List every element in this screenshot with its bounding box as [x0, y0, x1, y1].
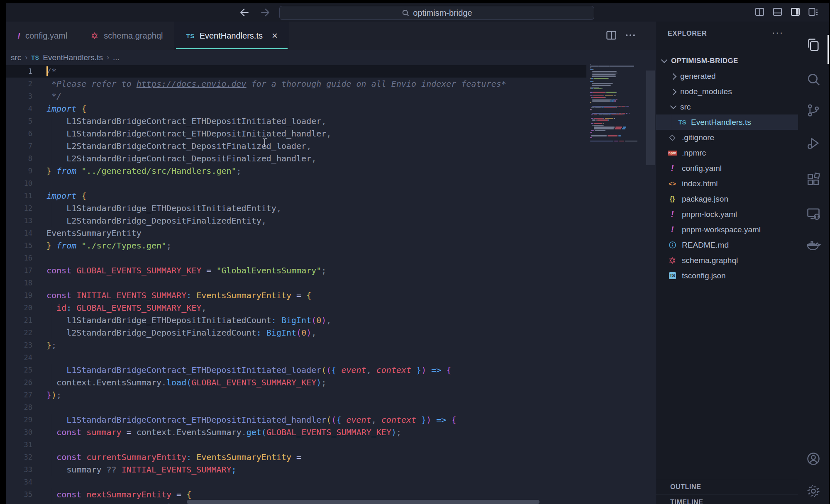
vertical-scrollbar[interactable] [646, 71, 655, 165]
code-line[interactable]: 14EventsSummaryEntity [6, 227, 656, 239]
code-line[interactable]: 23}; [6, 339, 656, 351]
code-line[interactable]: 3 */ [6, 90, 656, 102]
code-area[interactable]: 1/*2 *Please refer to https://docs.envio… [6, 65, 656, 504]
outline-section[interactable]: OUTLINE [656, 479, 798, 494]
forward-arrow-icon[interactable] [259, 6, 271, 19]
line-content: import { [46, 102, 86, 115]
minimap-line [615, 95, 616, 96]
code-line[interactable]: 25 L1StandardBridgeContract_ETHDepositIn… [6, 364, 656, 376]
source-control-icon[interactable] [806, 103, 821, 118]
code-line[interactable]: 4import { [6, 102, 656, 115]
code-line[interactable]: 27}); [6, 389, 656, 401]
code-line[interactable]: 9} from "../generated/src/Handlers.gen"; [6, 165, 656, 177]
split-editor-icon[interactable] [605, 29, 618, 41]
customize-layout-icon[interactable] [808, 6, 819, 17]
code-line[interactable]: 6 L1StandardBridgeContract_ETHDepositIni… [6, 127, 656, 140]
line-number: 18 [6, 277, 32, 289]
remote-explorer-icon[interactable] [806, 206, 821, 221]
code-line[interactable]: 19const INITIAL_EVENTS_SUMMARY: EventsSu… [6, 289, 656, 302]
tree-file-.npmrc[interactable]: npm.npmrc [656, 145, 798, 161]
line-number: 3 [6, 90, 32, 102]
command-center-search[interactable]: optimism-bridge [279, 6, 594, 20]
minimap-line [592, 74, 615, 75]
line-content: const summary = context.EventsSummary.ge… [46, 426, 401, 438]
timeline-section[interactable]: TIMELINE [656, 494, 798, 504]
tree-folder-generated[interactable]: generated [656, 68, 798, 84]
minimap-line [619, 141, 624, 141]
tree-file-EventHandlers.ts[interactable]: TSEventHandlers.ts [656, 114, 798, 130]
more-actions-icon[interactable] [624, 29, 637, 41]
code-line[interactable]: 21 l1StandardBridge_ETHDepositInitiatedC… [6, 314, 656, 326]
code-line[interactable]: 26 context.EventsSummary.load(GLOBAL_EVE… [6, 376, 656, 389]
tree-root-OPTIMISM-BRIDGE[interactable]: OPTIMISM-BRIDGE [656, 53, 798, 68]
run-debug-icon[interactable] [806, 136, 821, 151]
minimap-line [594, 128, 614, 129]
minimap-line [611, 114, 623, 115]
toggle-panel-icon[interactable] [772, 6, 783, 17]
code-line[interactable]: 18 [6, 277, 656, 289]
split-editor-icon[interactable] [754, 6, 765, 17]
code-line[interactable]: 20 id: GLOBAL_EVENTS_SUMMARY_KEY, [6, 302, 656, 314]
code-line[interactable]: 11import { [6, 190, 656, 202]
tree-file-pnpm-workspace.yaml[interactable]: !pnpm-workspace.yaml [656, 222, 798, 237]
tree-file-tsconfig.json[interactable]: TStsconfig.json [656, 268, 798, 283]
code-line[interactable]: 32 const currentSummaryEntity: EventsSum… [6, 451, 656, 463]
line-number: 26 [6, 376, 32, 389]
code-line[interactable]: 17const GLOBAL_EVENTS_SUMMARY_KEY = "Glo… [6, 264, 656, 277]
minimap-line [594, 118, 603, 119]
explorer-more-icon[interactable]: ··· [772, 27, 784, 38]
minimap-line [591, 107, 594, 108]
code-line[interactable]: 7 L2StandardBridgeContract_DepositFinali… [6, 140, 656, 152]
toggle-right-sidebar-icon[interactable] [790, 6, 801, 17]
minimap-line [615, 127, 622, 127]
account-icon[interactable] [806, 451, 821, 466]
tree-folder-src[interactable]: src [656, 99, 798, 114]
line-number: 13 [6, 214, 32, 227]
tree-file-.gitignore[interactable]: .gitignore [656, 130, 798, 145]
code-line[interactable]: 2 *Please refer to https://docs.envio.de… [6, 78, 656, 90]
code-line[interactable]: 29 L1StandardBridgeContract_ETHDepositIn… [6, 414, 656, 426]
tree-file-schema.graphql[interactable]: schema.graphql [656, 253, 798, 268]
tree-file-README.md[interactable]: README.md [656, 237, 798, 253]
code-line[interactable]: 10 [6, 177, 656, 190]
code-line[interactable]: 33 summary ?? INITIAL_EVENTS_SUMMARY; [6, 463, 656, 476]
minimap-line [590, 67, 591, 68]
back-arrow-icon[interactable] [238, 6, 251, 19]
code-line[interactable]: 12 L1StandardBridge_ETHDepositInitiatedE… [6, 202, 656, 214]
breadcrumb[interactable]: src › TS EventHandlers.ts › ... [6, 50, 656, 65]
minimap-line [593, 81, 594, 82]
code-line[interactable]: 35 const nextSummaryEntity = { [6, 488, 656, 501]
tree-file-package.json[interactable]: {}package.json [656, 191, 798, 207]
tree-file-index.html[interactable]: <>index.html [656, 176, 798, 191]
minimap-line [615, 74, 616, 75]
tab-config.yaml[interactable]: !config.yaml [6, 22, 79, 50]
code-line[interactable]: 30 const summary = context.EventsSummary… [6, 426, 656, 438]
minimap-line [591, 114, 593, 115]
code-line[interactable]: 22 l2StandardBridge_DepositFinalizedCoun… [6, 326, 656, 339]
settings-gear-icon[interactable] [806, 484, 821, 499]
search-icon[interactable] [806, 72, 821, 87]
tree-file-config.yaml[interactable]: !config.yaml [656, 161, 798, 176]
line-number: 10 [6, 177, 32, 190]
files-icon[interactable] [806, 37, 821, 52]
code-line[interactable]: 13 L2StandardBridge_DepositFinalizedEnti… [6, 214, 656, 227]
close-icon[interactable]: × [272, 31, 278, 41]
code-line[interactable]: 8 L2StandardBridgeContract_DepositFinali… [6, 152, 656, 165]
code-line[interactable]: 31 [6, 438, 656, 451]
docker-icon[interactable] [806, 238, 821, 253]
extensions-icon[interactable] [806, 172, 821, 187]
horizontal-scrollbar[interactable] [187, 500, 540, 504]
tree-file-pnpm-lock.yaml[interactable]: !pnpm-lock.yaml [656, 207, 798, 222]
code-line[interactable]: 15} from "./src/Types.gen"; [6, 239, 656, 252]
code-line[interactable]: 28 [6, 401, 656, 414]
minimap-line [597, 119, 608, 120]
code-line[interactable]: 16 [6, 252, 656, 264]
minimap[interactable] [590, 64, 646, 172]
tab-schema.graphql[interactable]: schema.graphql [79, 22, 174, 50]
code-line[interactable]: 34 [6, 476, 656, 488]
code-line[interactable]: 24 [6, 351, 656, 364]
tab-EventHandlers.ts[interactable]: TSEventHandlers.ts× [174, 22, 289, 50]
code-line[interactable]: 5 L1StandardBridgeContract_ETHDepositIni… [6, 115, 656, 127]
tree-folder-node_modules[interactable]: node_modules [656, 84, 798, 99]
code-line[interactable]: 1/* [6, 65, 656, 78]
